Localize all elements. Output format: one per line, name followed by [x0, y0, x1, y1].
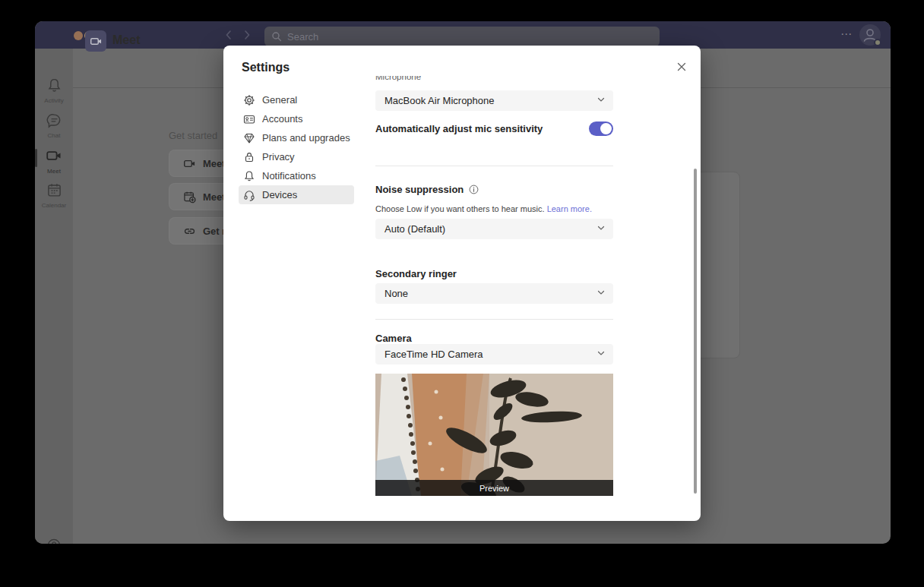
mic-sensitivity-label: Automatically adjust mic sensitivity: [375, 123, 543, 134]
noise-suppression-dropdown[interactable]: Auto (Default): [375, 219, 613, 239]
secondary-ringer-heading: Secondary ringer: [375, 268, 457, 279]
settings-nav-devices[interactable]: Devices: [239, 185, 354, 204]
camera-dropdown[interactable]: FaceTime HD Camera: [375, 344, 613, 365]
divider: [375, 166, 613, 166]
secondary-ringer-dropdown[interactable]: None: [375, 283, 613, 304]
settings-nav-plans[interactable]: Plans and upgrades: [239, 128, 354, 147]
camera-preview-image: [375, 374, 613, 496]
microphone-label: Microphone: [375, 76, 421, 81]
mic-sensitivity-toggle[interactable]: [589, 122, 613, 136]
settings-nav-notifications[interactable]: Notifications: [239, 166, 354, 185]
camera-heading: Camera: [375, 333, 412, 344]
preview-label: Preview: [375, 480, 613, 496]
info-icon[interactable]: [469, 185, 479, 194]
chevron-down-icon: [596, 95, 606, 106]
settings-modal: Settings General Accounts Plans and upgr…: [223, 46, 701, 521]
gear-icon: [243, 94, 255, 106]
chevron-down-icon: [596, 223, 606, 235]
devices-settings-pane: Microphone MacBook Air Microphone Automa…: [375, 76, 617, 521]
chevron-down-icon: [596, 288, 606, 299]
lock-icon: [243, 151, 255, 163]
modal-scrollbar[interactable]: [694, 169, 697, 494]
noise-suppression-heading: Noise suppression: [375, 184, 479, 195]
id-card-icon: [243, 113, 255, 125]
divider: [375, 319, 613, 320]
headset-icon: [243, 189, 255, 201]
settings-nav-privacy[interactable]: Privacy: [239, 147, 354, 166]
learn-more-link[interactable]: Learn more.: [547, 204, 592, 213]
settings-nav-accounts[interactable]: Accounts: [239, 109, 354, 128]
toggle-knob: [600, 123, 612, 134]
mic-sensitivity-row: Automatically adjust mic sensitivity: [375, 122, 613, 138]
settings-nav-general[interactable]: General: [239, 90, 354, 109]
diamond-icon: [243, 132, 255, 144]
settings-title: Settings: [242, 61, 290, 74]
microphone-dropdown[interactable]: MacBook Air Microphone: [375, 90, 613, 111]
noise-suppression-description: Choose Low if you want others to hear mu…: [375, 204, 592, 213]
camera-preview: Preview: [375, 374, 613, 496]
bell-icon: [243, 170, 255, 182]
chevron-down-icon: [596, 349, 606, 360]
close-icon[interactable]: [673, 58, 690, 75]
settings-nav: General Accounts Plans and upgrades Priv…: [239, 90, 354, 204]
